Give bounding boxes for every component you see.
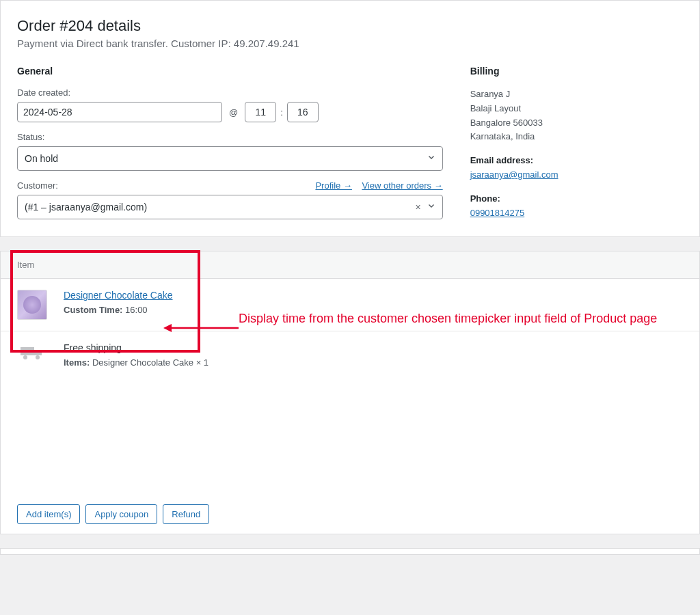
custom-time-label: Custom Time: [64, 305, 122, 315]
shipping-items-value: Designer Chocolate Cake × 1 [92, 357, 208, 368]
status-label: Status: [17, 132, 443, 142]
view-other-orders-link[interactable]: View other orders → [362, 180, 442, 191]
shipping-items-label: Items: [64, 357, 90, 368]
svg-point-2 [36, 355, 40, 359]
billing-line: Bangalore 560033 [470, 116, 683, 131]
date-created-label: Date created: [17, 87, 443, 98]
customer-label: Customer: [17, 180, 58, 191]
page-title: Order #204 details [17, 17, 683, 35]
time-separator: : [280, 107, 283, 118]
svg-point-1 [23, 355, 27, 359]
apply-coupon-button[interactable]: Apply coupon [85, 504, 157, 524]
product-name-link[interactable]: Designer Chocolate Cake [64, 290, 173, 301]
status-select[interactable]: On hold [17, 146, 443, 171]
refund-button[interactable]: Refund [163, 504, 209, 524]
svg-rect-0 [21, 347, 34, 355]
clear-customer-icon[interactable]: × [415, 202, 420, 213]
billing-line: Balaji Layout [470, 102, 683, 116]
billing-heading: Billing [470, 66, 683, 77]
at-symbol: @ [226, 107, 241, 118]
custom-time-value: 16:00 [125, 305, 148, 315]
billing-email-label: Email address: [470, 154, 683, 168]
customer-value: (#1 – jsaraanya@gmail.com) [25, 202, 147, 213]
date-created-input[interactable] [17, 102, 222, 122]
shipping-name: Free shipping [64, 342, 683, 353]
billing-phone-value[interactable]: 09901814275 [470, 208, 525, 218]
hour-input[interactable] [245, 102, 276, 122]
order-subtitle: Payment via Direct bank transfer. Custom… [17, 38, 683, 49]
line-item-row: Designer Chocolate Cake Custom Time: 16:… [1, 279, 699, 331]
billing-email-value[interactable]: jsaraanya@gmail.com [470, 169, 558, 180]
billing-phone-label: Phone: [470, 192, 683, 206]
billing-line: Karnataka, India [470, 130, 683, 144]
add-items-button[interactable]: Add item(s) [17, 504, 80, 524]
customer-select[interactable]: (#1 – jsaraanya@gmail.com) × [17, 195, 443, 219]
truck-icon [17, 342, 47, 363]
minute-input[interactable] [287, 102, 319, 122]
product-thumbnail[interactable] [17, 290, 47, 320]
profile-link[interactable]: Profile → [315, 180, 351, 191]
status-value: On hold [25, 153, 58, 164]
shipping-row: Free shipping Items: Designer Chocolate … [1, 331, 699, 379]
general-heading: General [17, 66, 443, 77]
billing-line: Saranya J [470, 87, 683, 102]
items-header: Item [1, 251, 699, 279]
